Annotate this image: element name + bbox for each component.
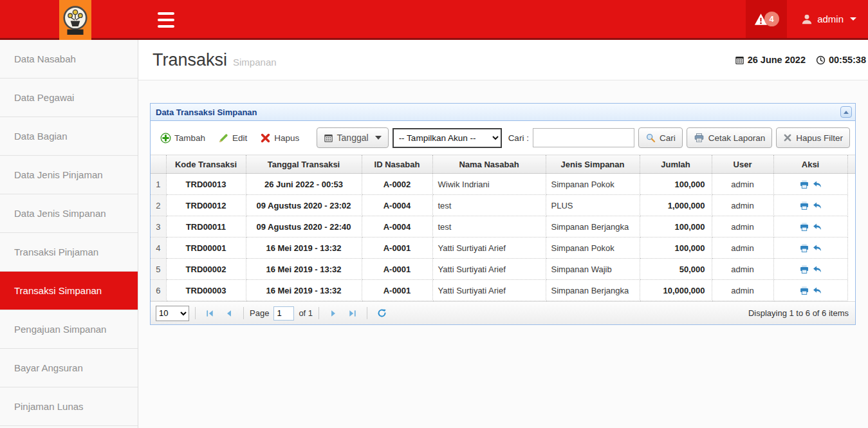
cell-tanggal: 09 Agustus 2020 - 23:02 [246, 195, 362, 216]
print-row-icon[interactable] [799, 243, 809, 253]
cell-jenis: Simpanan Berjangka [546, 216, 640, 237]
undo-row-icon[interactable] [812, 201, 822, 210]
hamburger-menu-button[interactable] [158, 12, 176, 28]
app-root: 4 admin Data Nasabah Data Pegaw [0, 0, 868, 428]
print-row-icon[interactable] [799, 201, 809, 210]
table-row[interactable]: 4 TRD00001 16 Mei 2019 - 13:32 A-0001 Ya… [151, 237, 855, 259]
page-title-main: Transaksi [152, 50, 227, 70]
page-title: TransaksiSimpanan [152, 50, 277, 70]
cell-spacer [847, 280, 855, 301]
col-jumlah[interactable]: Jumlah [640, 155, 712, 174]
cell-rownum: 3 [151, 216, 166, 237]
cell-user: admin [712, 216, 773, 237]
table-row[interactable]: 2 TRD00012 09 Agustus 2020 - 23:02 A-000… [151, 195, 855, 216]
search-input[interactable] [533, 128, 634, 147]
tambah-button[interactable]: Tambah [156, 129, 210, 147]
sidebar-item-label: Data Nasabah [14, 53, 76, 64]
print-row-icon[interactable] [799, 286, 809, 295]
cetak-label: Cetak Laporan [708, 133, 766, 143]
cell-id-nasabah: A-0001 [362, 237, 432, 259]
cetak-laporan-button[interactable]: Cetak Laporan [687, 127, 773, 148]
tanggal-filter-button[interactable]: Tanggal [317, 127, 389, 148]
sidebar-item[interactable]: Data Nasabah [0, 40, 138, 79]
refresh-button[interactable] [373, 306, 390, 321]
last-page-button[interactable] [344, 306, 361, 321]
first-page-button[interactable] [201, 306, 218, 321]
table-row[interactable]: 5 TRD00002 16 Mei 2019 - 13:32 A-0001 Ya… [151, 259, 855, 280]
cell-nama: Wiwik Indriani [432, 174, 546, 195]
table-header-row: Kode Transaksi Tanggal Transaksi ID Nasa… [151, 155, 855, 174]
cell-id-nasabah: A-0001 [362, 259, 432, 280]
clear-filter-icon [783, 133, 792, 142]
collapse-panel-button[interactable] [840, 106, 852, 118]
col-spacer [847, 155, 855, 174]
current-time: 00:55:38 [829, 55, 866, 65]
sidebar-item[interactable]: Transaksi Pinjaman [0, 233, 138, 272]
calendar-icon [735, 55, 744, 65]
undo-row-icon[interactable] [812, 222, 822, 232]
cari-label: Cari : [508, 133, 529, 143]
print-row-icon[interactable] [799, 180, 809, 189]
table-row[interactable]: 6 TRD00003 16 Mei 2019 - 13:32 A-0001 Ya… [151, 280, 855, 301]
user-menu[interactable]: admin [787, 0, 868, 38]
cell-nama: Yatti Surtiyati Arief [432, 280, 546, 301]
sidebar-item[interactable]: Pengajuan Simpanan [0, 310, 138, 349]
cell-rownum: 6 [151, 280, 166, 301]
money-tree-logo-icon [62, 5, 89, 35]
undo-row-icon[interactable] [812, 243, 822, 253]
sidebar-item[interactable]: Bayar Angsuran [0, 349, 138, 387]
akun-select[interactable]: -- Tampilkan Akun -- [392, 128, 502, 148]
col-jenis-simpanan[interactable]: Jenis Simpanan [546, 155, 640, 174]
cell-rownum: 1 [151, 174, 166, 195]
col-nama-nasabah[interactable]: Nama Nasabah [432, 155, 546, 174]
col-id-nasabah[interactable]: ID Nasabah [362, 155, 432, 174]
sidebar: Data Nasabah Data Pegawai Data Bagian Da… [0, 40, 138, 428]
notification-badge: 4 [764, 12, 779, 26]
col-kode-transaksi[interactable]: Kode Transaksi [166, 155, 246, 174]
print-row-icon[interactable] [799, 222, 809, 232]
cell-spacer [847, 216, 855, 237]
cell-jenis: Simpanan Wajib [546, 259, 640, 280]
table-row[interactable]: 3 TRD00011 09 Agustus 2020 - 22:40 A-000… [151, 216, 855, 237]
sidebar-item[interactable]: Data Jenis Pinjaman [0, 156, 138, 194]
prev-page-button[interactable] [221, 306, 237, 321]
page-number-input[interactable] [273, 306, 294, 321]
cell-aksi [773, 280, 847, 301]
page-title-sub: Simpanan [233, 57, 277, 68]
datetime: 26 June 2022 00:55:38 [735, 55, 866, 65]
cell-rownum: 2 [151, 195, 166, 216]
hapus-filter-button[interactable]: Hapus Filter [776, 127, 850, 148]
edit-button[interactable]: Edit [214, 129, 252, 147]
sidebar-item[interactable]: Transaksi Simpanan [0, 272, 138, 310]
sidebar-item[interactable]: Data Pegawai [0, 79, 138, 117]
sidebar-item[interactable]: Data Bagian [0, 117, 138, 156]
cell-user: admin [712, 259, 773, 280]
notifications-button[interactable]: 4 [746, 0, 787, 38]
next-page-button[interactable] [325, 306, 342, 321]
separator [195, 307, 196, 319]
data-panel: Data Transaksi Simpanan Tambah [150, 103, 856, 325]
cell-kode: TRD00012 [166, 195, 246, 216]
cell-jumlah: 100,000 [640, 216, 712, 237]
col-tanggal-transaksi[interactable]: Tanggal Transaksi [246, 155, 362, 174]
print-row-icon[interactable] [799, 265, 809, 274]
cell-spacer [847, 259, 855, 280]
page-size-select[interactable]: 10 [156, 306, 189, 321]
cell-rownum: 4 [151, 237, 166, 259]
transactions-table: Kode Transaksi Tanggal Transaksi ID Nasa… [151, 154, 855, 301]
panel-toolbar: Tambah Edit [151, 121, 855, 154]
cell-spacer [847, 195, 855, 216]
cari-button[interactable]: Cari [638, 127, 683, 148]
undo-row-icon[interactable] [812, 286, 822, 295]
app-logo[interactable] [59, 0, 91, 40]
sidebar-item[interactable]: Pinjaman Lunas [0, 387, 138, 426]
cell-jumlah: 100,000 [640, 237, 712, 259]
col-user[interactable]: User [712, 155, 773, 174]
page-of-label: of 1 [299, 308, 313, 318]
table-row[interactable]: 1 TRD00013 26 Juni 2022 - 00:53 A-0002 W… [151, 174, 855, 195]
sidebar-item[interactable]: Data Jenis Simpanan [0, 194, 138, 233]
hapus-button[interactable]: Hapus [255, 129, 304, 147]
undo-row-icon[interactable] [812, 265, 822, 274]
cell-aksi [773, 195, 847, 216]
undo-row-icon[interactable] [812, 180, 822, 189]
